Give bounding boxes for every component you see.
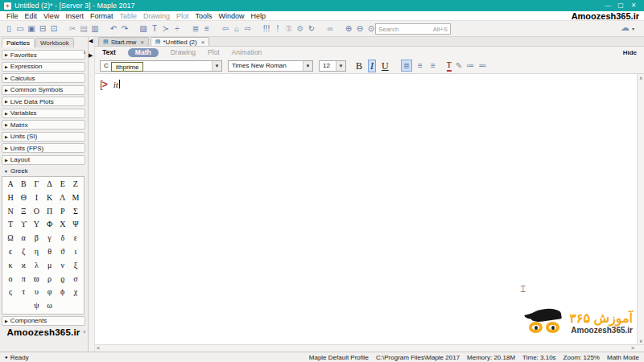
greek-letter-button[interactable]: Α (4, 178, 17, 191)
menu-window[interactable]: Window (215, 12, 247, 20)
greek-letter-button[interactable]: κ (4, 259, 17, 273)
close-tab-icon[interactable]: × (201, 39, 205, 46)
greek-letter-button[interactable]: ν (56, 259, 69, 273)
palette-units-fps-[interactable]: ▶Units (FPS) (2, 143, 85, 153)
greek-letter-button[interactable]: Τ (4, 218, 17, 232)
greek-letter-button[interactable]: ϱ (56, 273, 69, 286)
italic-button[interactable]: I (368, 60, 376, 72)
greek-letter-button[interactable]: ρ (43, 273, 56, 286)
print-preview-icon[interactable]: ⊡ (48, 23, 60, 35)
sidebar-tab-palettes[interactable]: Palettes (2, 38, 35, 47)
greek-letter-button[interactable]: Ι (30, 191, 43, 205)
insert-section-icon[interactable]: ÷ (171, 23, 183, 35)
insert-math-icon[interactable]: ▨ (138, 23, 149, 35)
outdent-icon[interactable]: ≣ (190, 23, 201, 35)
scroll-down-icon[interactable]: ∨ (83, 329, 86, 334)
chevron-down-icon[interactable]: ▼ (303, 61, 312, 71)
greek-letter-button[interactable]: θ (43, 245, 56, 259)
greek-letter-button[interactable]: Υ (30, 218, 43, 232)
font-color-button[interactable]: T (447, 60, 452, 72)
greek-letter-button[interactable]: ϕ (56, 286, 69, 299)
align-center-button[interactable]: ≡ (415, 60, 425, 72)
menu-help[interactable]: Help (248, 12, 270, 20)
palette-units-si-[interactable]: ▶Units (SI) (2, 132, 85, 142)
palette-variables[interactable]: ▶Variables (2, 109, 85, 118)
zoom-out-icon[interactable]: ⊖ (354, 23, 365, 35)
restart-icon[interactable]: ↻ (306, 23, 317, 35)
execute-all-icon[interactable]: !!! (261, 23, 272, 35)
palette-favorites[interactable]: ▶Favorites (2, 50, 85, 60)
greek-letter-button[interactable]: Κ (43, 191, 56, 205)
input-prompt-line[interactable]: [ > it (100, 78, 120, 90)
chevron-down-icon[interactable]: ▼ (336, 61, 345, 71)
new-document-icon[interactable]: ▯ (3, 23, 14, 35)
greek-letter-button[interactable]: χ (69, 286, 82, 299)
greek-letter-button[interactable]: δ (56, 232, 69, 245)
style-combo[interactable]: C ithprime ▼ (100, 60, 222, 72)
menu-insert[interactable]: Insert (62, 12, 87, 20)
greek-letter-button[interactable]: γ (43, 232, 56, 245)
greek-letter-button[interactable]: Ψ (69, 218, 82, 232)
scroll-right-icon[interactable]: > (631, 345, 634, 351)
document-tab-active[interactable]: ▤*Untitled (2)× (151, 37, 210, 46)
greek-letter-button[interactable]: η (30, 245, 43, 259)
palette-calculus[interactable]: ▶Calculus (2, 73, 85, 83)
greek-letter-button[interactable]: Φ (43, 218, 56, 232)
vertical-scrollbar[interactable]: ∧ ∨ (637, 74, 644, 344)
context-tab-text[interactable]: Text (102, 48, 116, 56)
greek-letter-button[interactable]: ω (43, 299, 56, 313)
greek-letter-button[interactable]: Ο (30, 205, 43, 219)
greek-letter-button[interactable]: Γ (30, 178, 43, 191)
greek-letter-button[interactable]: Λ (56, 191, 69, 205)
greek-letter-button[interactable]: ξ (69, 259, 82, 273)
undo-icon[interactable]: ↶ (108, 23, 119, 35)
document-tab[interactable]: ▤Start.mw× (98, 37, 149, 46)
maple-cloud-button[interactable]: ☁ ▾ (621, 23, 634, 33)
open-file-icon[interactable]: ▭ (14, 23, 26, 35)
greek-letter-button[interactable]: Ζ (69, 178, 82, 191)
search-input[interactable] (376, 26, 433, 33)
palette-matrix[interactable]: ▶Matrix (2, 120, 85, 130)
menu-format[interactable]: Format (87, 12, 117, 20)
menu-file[interactable]: File (3, 12, 22, 20)
interrupt-icon[interactable]: ① (283, 23, 295, 35)
back-icon[interactable]: ⇦ (220, 23, 231, 35)
annotate-pen-button[interactable]: ✎ (456, 60, 462, 72)
underline-button[interactable]: U (379, 60, 391, 72)
numbered-list-button[interactable]: ≕ (478, 60, 486, 72)
palette-live-data-plots[interactable]: ▶Live Data Plots (2, 97, 85, 106)
font-family-combo[interactable]: Times New Roman ▼ (228, 60, 313, 72)
greek-letter-button[interactable]: ε (69, 232, 82, 245)
greek-letter-button[interactable]: Σ (69, 205, 82, 219)
close-tab-icon[interactable]: × (140, 39, 144, 46)
align-left-button[interactable]: ≣ (401, 60, 412, 72)
save-icon[interactable]: ▣ (26, 23, 37, 35)
greek-letter-button[interactable]: α (17, 232, 30, 245)
greek-letter-button[interactable]: ϵ (4, 245, 17, 259)
expand-sidebar-handle[interactable]: ▶ (89, 52, 93, 59)
context-tab-math[interactable]: Math (128, 48, 159, 57)
greek-letter-button[interactable]: Θ (17, 191, 30, 205)
greek-letter-button[interactable]: π (17, 273, 30, 286)
align-right-button[interactable]: ≡ (428, 60, 438, 72)
execute-icon[interactable]: ! (272, 23, 283, 35)
horizontal-scrollbar[interactable]: < > (95, 344, 644, 352)
menu-view[interactable]: View (40, 12, 62, 20)
greek-letter-button[interactable]: Η (4, 191, 17, 205)
bullet-list-button[interactable]: ≔ (466, 60, 474, 72)
chevron-down-icon[interactable]: ▼ (212, 61, 221, 71)
greek-letter-button[interactable]: Ρ (56, 205, 69, 219)
greek-letter-button[interactable]: Δ (43, 178, 56, 191)
insert-prompt-icon[interactable]: ≻ (160, 23, 171, 35)
scroll-up-icon[interactable]: ∧ (639, 75, 642, 80)
greek-letter-button[interactable]: μ (43, 259, 56, 273)
worksheet-canvas[interactable]: [ > it ⌶ آموزش ۳۶۵ Amoozesh365.ir (95, 74, 644, 344)
redo-icon[interactable]: ↷ (119, 23, 130, 35)
print-icon[interactable]: ⊟ (37, 23, 48, 35)
greek-letter-button[interactable]: ς (4, 286, 17, 299)
greek-letter-button[interactable]: ζ (17, 245, 30, 259)
scroll-left-icon[interactable]: < (97, 345, 100, 351)
menu-edit[interactable]: Edit (22, 12, 41, 20)
greek-letter-button[interactable]: υ (30, 286, 43, 299)
greek-letter-button[interactable]: Ν (4, 205, 17, 219)
